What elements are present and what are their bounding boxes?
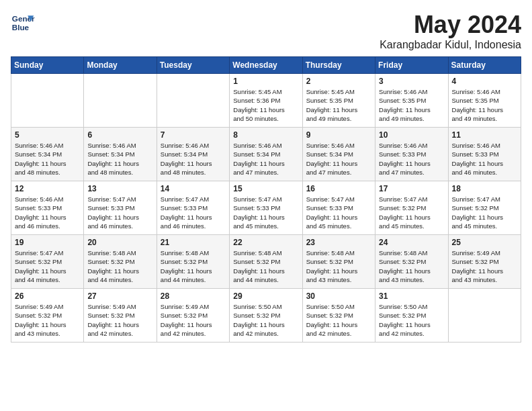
weekday-header-monday: Monday [84, 57, 157, 74]
calendar-cell: 9Sunrise: 5:46 AM Sunset: 5:34 PM Daylig… [302, 128, 375, 181]
day-number: 27 [87, 291, 152, 301]
day-number: 15 [233, 184, 298, 193]
calendar-cell: 17Sunrise: 5:47 AM Sunset: 5:32 PM Dayli… [375, 181, 448, 235]
calendar-week-1: 1Sunrise: 5:45 AM Sunset: 5:36 PM Daylig… [11, 74, 521, 128]
calendar-cell: 20Sunrise: 5:48 AM Sunset: 5:32 PM Dayli… [84, 235, 157, 289]
day-number: 7 [161, 130, 226, 140]
day-number: 20 [87, 238, 152, 247]
day-info: Sunrise: 5:47 AM Sunset: 5:32 PM Dayligh… [379, 195, 444, 230]
location-title: Karangbadar Kidul, Indonesia [380, 39, 521, 51]
day-number: 18 [452, 184, 517, 193]
weekday-header-row: SundayMondayTuesdayWednesdayThursdayFrid… [11, 57, 521, 74]
weekday-header-thursday: Thursday [302, 57, 375, 74]
calendar-cell: 28Sunrise: 5:49 AM Sunset: 5:32 PM Dayli… [157, 289, 229, 342]
day-info: Sunrise: 5:50 AM Sunset: 5:32 PM Dayligh… [379, 302, 444, 338]
day-number: 17 [379, 184, 444, 193]
day-number: 1 [233, 77, 298, 86]
calendar-cell: 30Sunrise: 5:50 AM Sunset: 5:32 PM Dayli… [302, 289, 375, 342]
calendar-cell: 14Sunrise: 5:47 AM Sunset: 5:33 PM Dayli… [157, 181, 229, 235]
day-number: 29 [233, 291, 298, 301]
day-info: Sunrise: 5:46 AM Sunset: 5:33 PM Dayligh… [15, 195, 80, 230]
calendar-cell: 10Sunrise: 5:46 AM Sunset: 5:33 PM Dayli… [375, 128, 448, 181]
day-info: Sunrise: 5:50 AM Sunset: 5:32 PM Dayligh… [233, 302, 298, 338]
day-info: Sunrise: 5:45 AM Sunset: 5:35 PM Dayligh… [306, 87, 371, 123]
day-info: Sunrise: 5:46 AM Sunset: 5:34 PM Dayligh… [87, 141, 152, 177]
day-info: Sunrise: 5:47 AM Sunset: 5:33 PM Dayligh… [161, 195, 226, 230]
day-number: 30 [306, 291, 371, 301]
calendar-table: SundayMondayTuesdayWednesdayThursdayFrid… [11, 56, 521, 342]
day-info: Sunrise: 5:48 AM Sunset: 5:32 PM Dayligh… [379, 248, 444, 284]
calendar-cell: 18Sunrise: 5:47 AM Sunset: 5:32 PM Dayli… [448, 181, 521, 235]
day-number: 28 [161, 291, 226, 301]
day-info: Sunrise: 5:46 AM Sunset: 5:33 PM Dayligh… [452, 141, 517, 177]
day-number: 8 [233, 130, 298, 140]
day-number: 10 [379, 130, 444, 140]
logo: General Blue [11, 11, 35, 35]
day-info: Sunrise: 5:49 AM Sunset: 5:32 PM Dayligh… [15, 302, 80, 338]
calendar-week-2: 5Sunrise: 5:46 AM Sunset: 5:34 PM Daylig… [11, 128, 521, 181]
day-info: Sunrise: 5:46 AM Sunset: 5:34 PM Dayligh… [306, 141, 371, 177]
day-info: Sunrise: 5:50 AM Sunset: 5:32 PM Dayligh… [306, 302, 371, 338]
day-info: Sunrise: 5:48 AM Sunset: 5:32 PM Dayligh… [161, 248, 226, 284]
calendar-cell [11, 74, 84, 128]
day-number: 5 [15, 130, 80, 140]
day-info: Sunrise: 5:46 AM Sunset: 5:34 PM Dayligh… [15, 141, 80, 177]
day-number: 26 [15, 291, 80, 301]
calendar-cell: 6Sunrise: 5:46 AM Sunset: 5:34 PM Daylig… [84, 128, 157, 181]
calendar-cell: 1Sunrise: 5:45 AM Sunset: 5:36 PM Daylig… [230, 74, 302, 128]
day-number: 24 [379, 238, 444, 247]
calendar-cell: 21Sunrise: 5:48 AM Sunset: 5:32 PM Dayli… [157, 235, 229, 289]
weekday-header-wednesday: Wednesday [230, 57, 302, 74]
day-number: 9 [306, 130, 371, 140]
day-info: Sunrise: 5:47 AM Sunset: 5:33 PM Dayligh… [87, 195, 152, 230]
calendar-cell: 11Sunrise: 5:46 AM Sunset: 5:33 PM Dayli… [448, 128, 521, 181]
day-number: 6 [87, 130, 152, 140]
calendar-cell: 8Sunrise: 5:46 AM Sunset: 5:34 PM Daylig… [230, 128, 302, 181]
day-info: Sunrise: 5:46 AM Sunset: 5:34 PM Dayligh… [161, 141, 226, 177]
day-info: Sunrise: 5:49 AM Sunset: 5:32 PM Dayligh… [161, 302, 226, 338]
page-header: General Blue May 2024 Karangbadar Kidul,… [11, 11, 521, 51]
calendar-cell [84, 74, 157, 128]
day-info: Sunrise: 5:47 AM Sunset: 5:32 PM Dayligh… [15, 248, 80, 284]
day-info: Sunrise: 5:46 AM Sunset: 5:34 PM Dayligh… [233, 141, 298, 177]
day-info: Sunrise: 5:49 AM Sunset: 5:32 PM Dayligh… [87, 302, 152, 338]
day-info: Sunrise: 5:48 AM Sunset: 5:32 PM Dayligh… [306, 248, 371, 284]
day-number: 31 [379, 291, 444, 301]
calendar-cell: 29Sunrise: 5:50 AM Sunset: 5:32 PM Dayli… [230, 289, 302, 342]
day-info: Sunrise: 5:46 AM Sunset: 5:35 PM Dayligh… [379, 87, 444, 123]
day-info: Sunrise: 5:45 AM Sunset: 5:36 PM Dayligh… [233, 87, 298, 123]
day-info: Sunrise: 5:47 AM Sunset: 5:33 PM Dayligh… [233, 195, 298, 230]
day-number: 11 [452, 130, 517, 140]
weekday-header-saturday: Saturday [448, 57, 521, 74]
day-info: Sunrise: 5:46 AM Sunset: 5:35 PM Dayligh… [452, 87, 517, 123]
calendar-week-5: 26Sunrise: 5:49 AM Sunset: 5:32 PM Dayli… [11, 289, 521, 342]
logo-icon: General Blue [11, 11, 35, 35]
calendar-cell [448, 289, 521, 342]
day-info: Sunrise: 5:46 AM Sunset: 5:33 PM Dayligh… [379, 141, 444, 177]
day-number: 14 [161, 184, 226, 193]
calendar-week-3: 12Sunrise: 5:46 AM Sunset: 5:33 PM Dayli… [11, 181, 521, 235]
day-number: 4 [452, 77, 517, 86]
calendar-cell: 23Sunrise: 5:48 AM Sunset: 5:32 PM Dayli… [302, 235, 375, 289]
calendar-cell: 12Sunrise: 5:46 AM Sunset: 5:33 PM Dayli… [11, 181, 84, 235]
day-number: 23 [306, 238, 371, 247]
calendar-cell: 22Sunrise: 5:48 AM Sunset: 5:32 PM Dayli… [230, 235, 302, 289]
day-info: Sunrise: 5:48 AM Sunset: 5:32 PM Dayligh… [233, 248, 298, 284]
day-info: Sunrise: 5:47 AM Sunset: 5:32 PM Dayligh… [452, 195, 517, 230]
day-number: 22 [233, 238, 298, 247]
calendar-cell: 15Sunrise: 5:47 AM Sunset: 5:33 PM Dayli… [230, 181, 302, 235]
calendar-cell: 19Sunrise: 5:47 AM Sunset: 5:32 PM Dayli… [11, 235, 84, 289]
day-number: 12 [15, 184, 80, 193]
calendar-cell: 4Sunrise: 5:46 AM Sunset: 5:35 PM Daylig… [448, 74, 521, 128]
day-info: Sunrise: 5:47 AM Sunset: 5:33 PM Dayligh… [306, 195, 371, 230]
calendar-cell: 27Sunrise: 5:49 AM Sunset: 5:32 PM Dayli… [84, 289, 157, 342]
day-number: 21 [161, 238, 226, 247]
weekday-header-friday: Friday [375, 57, 448, 74]
day-info: Sunrise: 5:48 AM Sunset: 5:32 PM Dayligh… [87, 248, 152, 284]
calendar-cell: 25Sunrise: 5:49 AM Sunset: 5:32 PM Dayli… [448, 235, 521, 289]
day-number: 25 [452, 238, 517, 247]
calendar-cell: 5Sunrise: 5:46 AM Sunset: 5:34 PM Daylig… [11, 128, 84, 181]
month-title: May 2024 [380, 11, 521, 39]
day-info: Sunrise: 5:49 AM Sunset: 5:32 PM Dayligh… [452, 248, 517, 284]
calendar-cell: 7Sunrise: 5:46 AM Sunset: 5:34 PM Daylig… [157, 128, 229, 181]
